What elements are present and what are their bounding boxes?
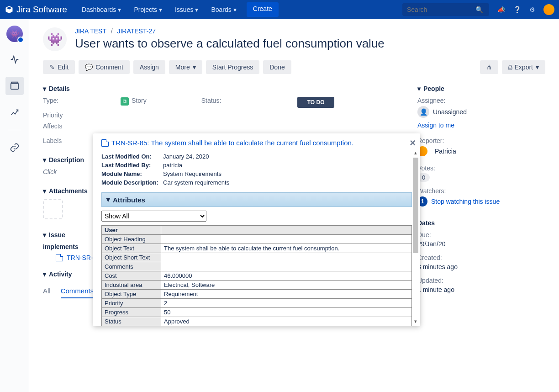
create-button[interactable]: Create: [247, 2, 279, 17]
attribute-row: Object TypeRequirement: [102, 290, 412, 299]
chevron-down-icon: ▾: [43, 85, 46, 92]
assign-to-me-link[interactable]: Assign to me: [417, 122, 545, 129]
issue-project-avatar: 👾: [43, 27, 67, 51]
nav-projects[interactable]: Projects ▾: [128, 2, 168, 17]
attribute-row: Object TextThe system shall be able to c…: [102, 244, 412, 253]
dates-section-header: Dates: [417, 219, 545, 227]
help-icon[interactable]: ❔: [513, 6, 521, 13]
attribute-filter-select[interactable]: Show All: [101, 211, 206, 222]
top-navigation: Jira Software Dashboards ▾ Projects ▾ Is…: [0, 0, 559, 19]
export-icon: ⎙: [508, 64, 512, 71]
settings-icon[interactable]: ⚙: [529, 6, 535, 13]
breadcrumb: JIRA TEST / JIRATEST-27: [75, 27, 385, 35]
nav-dashboards[interactable]: Dashboards ▾: [76, 2, 127, 17]
updated-value: 1 minute ago: [417, 286, 545, 293]
main-content: 👾 JIRA TEST / JIRATEST-27 User wants to …: [29, 19, 559, 392]
attachment-dropzone[interactable]: [43, 199, 63, 219]
reports-icon[interactable]: [5, 103, 24, 122]
created-value: 3 minutes ago: [417, 263, 545, 270]
overlay-title-link[interactable]: TRN-SR-85: The system shall be able to c…: [101, 139, 412, 147]
tab-comments[interactable]: Comments: [61, 284, 94, 298]
chevron-down-icon: ▾: [43, 156, 46, 164]
board-icon[interactable]: [5, 77, 24, 95]
edit-button[interactable]: ✎Edit: [43, 60, 75, 74]
due-label: Due:: [417, 231, 545, 238]
logo-text: Jira Software: [16, 5, 67, 15]
attribute-row: User: [102, 226, 412, 235]
due-value: 29/Jan/20: [417, 240, 545, 248]
start-progress-button[interactable]: Start Progress: [206, 60, 259, 74]
status-badge: TO DO: [297, 97, 335, 108]
chevron-down-icon: ▾: [233, 6, 237, 13]
chevron-down-icon: ▾: [536, 64, 539, 71]
attribute-row: Object Short Text: [102, 253, 412, 262]
updated-label: Updated:: [417, 277, 545, 284]
comment-icon: 💬: [85, 64, 93, 71]
breadcrumb-sep: /: [111, 27, 113, 35]
scroll-down-icon[interactable]: ▾: [414, 318, 417, 324]
chevron-down-icon: ▾: [193, 64, 196, 71]
overlay-meta-row: Module Description:Car system requiremen…: [101, 179, 412, 186]
export-button[interactable]: ⎙ Export ▾: [502, 60, 545, 74]
assignee-label: Assignee:: [417, 97, 545, 104]
profile-icon[interactable]: [543, 4, 554, 15]
overlay-meta-row: Last Modified On:January 24, 2020: [101, 153, 412, 160]
chevron-down-icon: ▾: [43, 187, 46, 195]
search-input[interactable]: [407, 6, 475, 13]
scroll-thumb[interactable]: [413, 158, 418, 253]
issue-toolbar: ✎Edit 💬Comment Assign More ▾ Start Progr…: [43, 60, 545, 74]
pencil-icon: ✎: [49, 64, 55, 71]
chevron-down-icon: ▾: [195, 6, 198, 13]
reporter-value: Patricia: [417, 146, 545, 156]
feedback-icon[interactable]: 📣: [497, 6, 505, 13]
overlay-scrollbar[interactable]: ▴ ▾: [412, 150, 419, 324]
search-icon: 🔍: [475, 6, 483, 13]
votes-label: Votes:: [417, 164, 545, 172]
chevron-down-icon: ▾: [417, 85, 421, 92]
comment-button[interactable]: 💬Comment: [79, 60, 130, 74]
chevron-down-icon: ▾: [106, 196, 110, 204]
link-icon[interactable]: [5, 138, 24, 157]
status-label: Status:: [201, 97, 279, 108]
attributes-table: UserObject HeadingObject TextThe system …: [101, 225, 412, 326]
more-button[interactable]: More ▾: [169, 60, 202, 74]
attributes-header[interactable]: ▾Attributes: [101, 192, 412, 207]
scroll-track[interactable]: [412, 158, 419, 317]
nav-boards[interactable]: Boards ▾: [206, 2, 242, 17]
left-sidebar: 👾: [0, 19, 29, 392]
project-avatar-icon[interactable]: 👾: [6, 26, 23, 42]
page-title: User wants to observe a calculated fuel …: [75, 37, 385, 51]
close-icon[interactable]: ×: [410, 137, 416, 149]
done-button[interactable]: Done: [263, 60, 291, 74]
breadcrumb-project[interactable]: JIRA TEST: [75, 27, 106, 35]
search-box[interactable]: 🔍: [402, 3, 489, 16]
breadcrumb-issue[interactable]: JIRATEST-27: [117, 27, 156, 35]
assign-button[interactable]: Assign: [133, 60, 165, 74]
nav-menu: Dashboards ▾ Projects ▾ Issues ▾ Boards …: [76, 2, 279, 17]
assignee-value: 👤 Unassigned: [417, 106, 545, 118]
tab-all[interactable]: All: [43, 284, 51, 298]
story-icon: ⧉: [121, 97, 129, 106]
document-icon: [101, 139, 109, 147]
unassigned-avatar-icon: 👤: [417, 106, 429, 118]
attribute-row: Object Heading: [102, 235, 412, 244]
attribute-row: StatusApproved: [102, 317, 412, 326]
document-icon: [56, 254, 63, 261]
watchers-label: Watchers:: [417, 187, 545, 195]
share-button[interactable]: ⋔: [480, 60, 498, 74]
people-section-header[interactable]: ▾People: [417, 85, 545, 92]
activity-icon[interactable]: [5, 50, 24, 69]
chevron-down-icon: ▾: [43, 270, 46, 278]
attribute-row: Industrial areaElectrical, Software: [102, 281, 412, 290]
chevron-down-icon: ▾: [43, 231, 46, 238]
overlay-meta-row: Last Modified By:patricia: [101, 162, 412, 169]
jira-logo[interactable]: Jira Software: [5, 5, 67, 15]
details-section-header[interactable]: ▾Details: [43, 85, 399, 92]
attribute-row: Priority2: [102, 299, 412, 308]
created-label: Created:: [417, 254, 545, 261]
overlay-meta-row: Module Name:System Requirements: [101, 170, 412, 177]
stop-watching-link[interactable]: Stop watching this issue: [431, 198, 500, 205]
type-label: Type:: [43, 97, 121, 108]
scroll-up-icon[interactable]: ▴: [414, 150, 417, 156]
nav-issues[interactable]: Issues ▾: [169, 2, 204, 17]
